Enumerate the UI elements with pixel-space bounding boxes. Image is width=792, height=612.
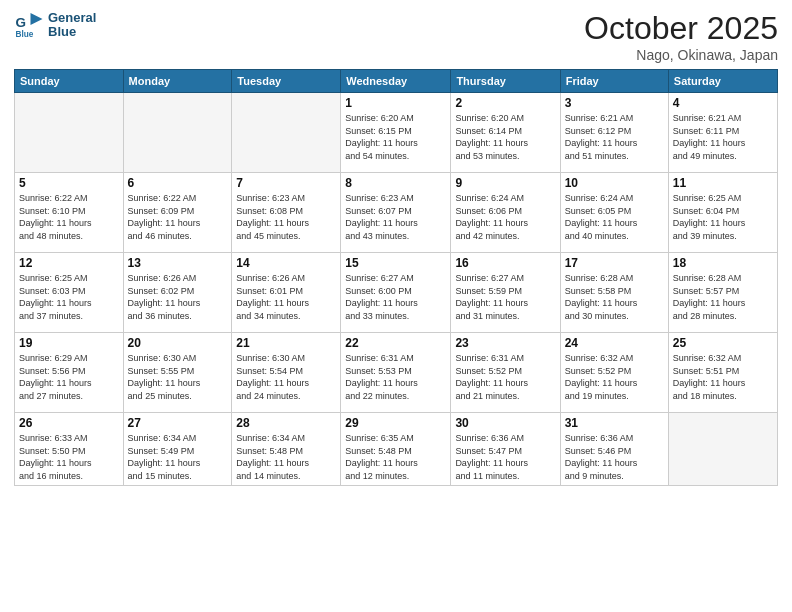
day-number: 20 (128, 336, 228, 350)
calendar-cell: 4Sunrise: 6:21 AMSunset: 6:11 PMDaylight… (668, 93, 777, 173)
calendar-cell: 24Sunrise: 6:32 AMSunset: 5:52 PMDayligh… (560, 333, 668, 413)
calendar-cell (668, 413, 777, 486)
calendar-cell: 23Sunrise: 6:31 AMSunset: 5:52 PMDayligh… (451, 333, 560, 413)
day-info: Sunrise: 6:30 AMSunset: 5:55 PMDaylight:… (128, 352, 228, 402)
day-number: 4 (673, 96, 773, 110)
day-number: 21 (236, 336, 336, 350)
svg-text:G: G (16, 15, 27, 30)
header-saturday: Saturday (668, 70, 777, 93)
day-info: Sunrise: 6:21 AMSunset: 6:12 PMDaylight:… (565, 112, 664, 162)
day-number: 18 (673, 256, 773, 270)
day-info: Sunrise: 6:35 AMSunset: 5:48 PMDaylight:… (345, 432, 446, 482)
day-number: 7 (236, 176, 336, 190)
day-number: 28 (236, 416, 336, 430)
calendar-cell: 8Sunrise: 6:23 AMSunset: 6:07 PMDaylight… (341, 173, 451, 253)
day-number: 10 (565, 176, 664, 190)
day-number: 30 (455, 416, 555, 430)
svg-text:Blue: Blue (16, 30, 34, 39)
calendar-cell: 1Sunrise: 6:20 AMSunset: 6:15 PMDaylight… (341, 93, 451, 173)
day-info: Sunrise: 6:27 AMSunset: 5:59 PMDaylight:… (455, 272, 555, 322)
day-number: 19 (19, 336, 119, 350)
calendar-cell: 6Sunrise: 6:22 AMSunset: 6:09 PMDaylight… (123, 173, 232, 253)
day-info: Sunrise: 6:33 AMSunset: 5:50 PMDaylight:… (19, 432, 119, 482)
day-info: Sunrise: 6:24 AMSunset: 6:06 PMDaylight:… (455, 192, 555, 242)
day-info: Sunrise: 6:36 AMSunset: 5:46 PMDaylight:… (565, 432, 664, 482)
day-info: Sunrise: 6:32 AMSunset: 5:52 PMDaylight:… (565, 352, 664, 402)
day-info: Sunrise: 6:27 AMSunset: 6:00 PMDaylight:… (345, 272, 446, 322)
calendar-cell: 27Sunrise: 6:34 AMSunset: 5:49 PMDayligh… (123, 413, 232, 486)
day-number: 8 (345, 176, 446, 190)
day-number: 26 (19, 416, 119, 430)
day-number: 11 (673, 176, 773, 190)
header-thursday: Thursday (451, 70, 560, 93)
header-monday: Monday (123, 70, 232, 93)
day-number: 9 (455, 176, 555, 190)
calendar-cell (123, 93, 232, 173)
month-title: October 2025 (584, 10, 778, 47)
weekday-header-row: Sunday Monday Tuesday Wednesday Thursday… (15, 70, 778, 93)
day-number: 24 (565, 336, 664, 350)
logo-general: General (48, 11, 96, 25)
calendar-cell: 19Sunrise: 6:29 AMSunset: 5:56 PMDayligh… (15, 333, 124, 413)
day-info: Sunrise: 6:31 AMSunset: 5:53 PMDaylight:… (345, 352, 446, 402)
day-info: Sunrise: 6:34 AMSunset: 5:48 PMDaylight:… (236, 432, 336, 482)
day-number: 6 (128, 176, 228, 190)
day-number: 25 (673, 336, 773, 350)
calendar-cell: 21Sunrise: 6:30 AMSunset: 5:54 PMDayligh… (232, 333, 341, 413)
calendar-cell: 25Sunrise: 6:32 AMSunset: 5:51 PMDayligh… (668, 333, 777, 413)
calendar: Sunday Monday Tuesday Wednesday Thursday… (14, 69, 778, 486)
calendar-cell (232, 93, 341, 173)
day-number: 16 (455, 256, 555, 270)
day-number: 1 (345, 96, 446, 110)
day-number: 27 (128, 416, 228, 430)
day-info: Sunrise: 6:34 AMSunset: 5:49 PMDaylight:… (128, 432, 228, 482)
calendar-cell: 3Sunrise: 6:21 AMSunset: 6:12 PMDaylight… (560, 93, 668, 173)
title-block: October 2025 Nago, Okinawa, Japan (584, 10, 778, 63)
day-number: 29 (345, 416, 446, 430)
day-info: Sunrise: 6:26 AMSunset: 6:02 PMDaylight:… (128, 272, 228, 322)
calendar-cell: 26Sunrise: 6:33 AMSunset: 5:50 PMDayligh… (15, 413, 124, 486)
calendar-cell: 30Sunrise: 6:36 AMSunset: 5:47 PMDayligh… (451, 413, 560, 486)
logo-icon: G Blue (14, 10, 44, 40)
calendar-cell: 12Sunrise: 6:25 AMSunset: 6:03 PMDayligh… (15, 253, 124, 333)
calendar-cell: 28Sunrise: 6:34 AMSunset: 5:48 PMDayligh… (232, 413, 341, 486)
day-number: 3 (565, 96, 664, 110)
day-info: Sunrise: 6:20 AMSunset: 6:14 PMDaylight:… (455, 112, 555, 162)
header-friday: Friday (560, 70, 668, 93)
day-info: Sunrise: 6:25 AMSunset: 6:03 PMDaylight:… (19, 272, 119, 322)
day-number: 31 (565, 416, 664, 430)
day-info: Sunrise: 6:26 AMSunset: 6:01 PMDaylight:… (236, 272, 336, 322)
day-info: Sunrise: 6:22 AMSunset: 6:10 PMDaylight:… (19, 192, 119, 242)
calendar-cell: 5Sunrise: 6:22 AMSunset: 6:10 PMDaylight… (15, 173, 124, 253)
day-info: Sunrise: 6:36 AMSunset: 5:47 PMDaylight:… (455, 432, 555, 482)
calendar-cell: 20Sunrise: 6:30 AMSunset: 5:55 PMDayligh… (123, 333, 232, 413)
day-info: Sunrise: 6:29 AMSunset: 5:56 PMDaylight:… (19, 352, 119, 402)
svg-marker-1 (31, 13, 43, 25)
day-number: 15 (345, 256, 446, 270)
day-number: 23 (455, 336, 555, 350)
calendar-cell: 18Sunrise: 6:28 AMSunset: 5:57 PMDayligh… (668, 253, 777, 333)
header-sunday: Sunday (15, 70, 124, 93)
day-info: Sunrise: 6:31 AMSunset: 5:52 PMDaylight:… (455, 352, 555, 402)
day-info: Sunrise: 6:32 AMSunset: 5:51 PMDaylight:… (673, 352, 773, 402)
day-info: Sunrise: 6:25 AMSunset: 6:04 PMDaylight:… (673, 192, 773, 242)
calendar-cell: 10Sunrise: 6:24 AMSunset: 6:05 PMDayligh… (560, 173, 668, 253)
day-number: 12 (19, 256, 119, 270)
page: G Blue General Blue October 2025 Nago, O… (0, 0, 792, 612)
calendar-cell: 29Sunrise: 6:35 AMSunset: 5:48 PMDayligh… (341, 413, 451, 486)
calendar-cell: 2Sunrise: 6:20 AMSunset: 6:14 PMDaylight… (451, 93, 560, 173)
day-info: Sunrise: 6:23 AMSunset: 6:07 PMDaylight:… (345, 192, 446, 242)
calendar-cell: 7Sunrise: 6:23 AMSunset: 6:08 PMDaylight… (232, 173, 341, 253)
day-info: Sunrise: 6:21 AMSunset: 6:11 PMDaylight:… (673, 112, 773, 162)
calendar-cell: 17Sunrise: 6:28 AMSunset: 5:58 PMDayligh… (560, 253, 668, 333)
calendar-cell: 22Sunrise: 6:31 AMSunset: 5:53 PMDayligh… (341, 333, 451, 413)
day-number: 22 (345, 336, 446, 350)
header-tuesday: Tuesday (232, 70, 341, 93)
calendar-cell (15, 93, 124, 173)
day-info: Sunrise: 6:28 AMSunset: 5:58 PMDaylight:… (565, 272, 664, 322)
calendar-cell: 15Sunrise: 6:27 AMSunset: 6:00 PMDayligh… (341, 253, 451, 333)
day-info: Sunrise: 6:22 AMSunset: 6:09 PMDaylight:… (128, 192, 228, 242)
day-number: 2 (455, 96, 555, 110)
day-number: 17 (565, 256, 664, 270)
day-number: 14 (236, 256, 336, 270)
